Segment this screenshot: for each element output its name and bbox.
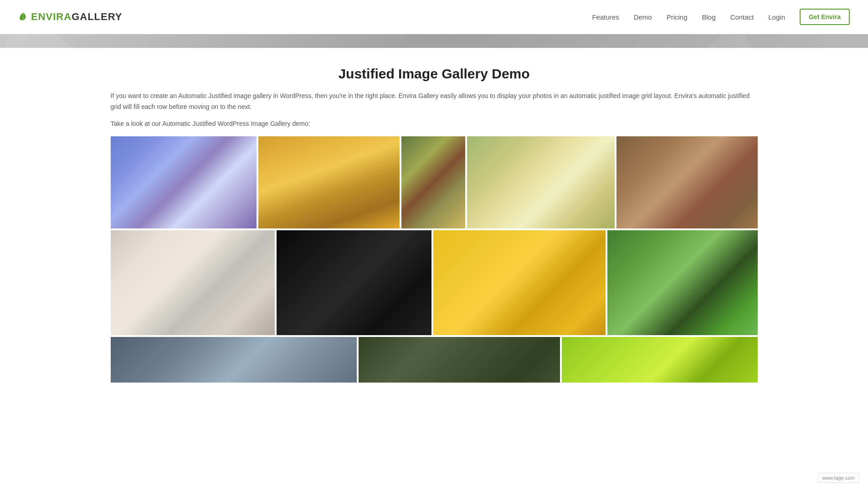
gallery-image-7[interactable] xyxy=(277,230,431,335)
gallery-row-1 xyxy=(111,136,758,228)
logo-envira: ENVIRA xyxy=(31,11,72,22)
gallery-image-6[interactable] xyxy=(111,230,275,335)
page-description: If you want to create an Automatic Justi… xyxy=(111,91,758,113)
logo[interactable]: ENVIRAGALLERY xyxy=(18,11,122,23)
nav-demo[interactable]: Demo xyxy=(634,13,652,21)
gallery-image-12[interactable] xyxy=(562,337,758,383)
logo-gallery: GALLERY xyxy=(72,11,122,22)
page-subtitle: Take a look at our Automatic Justified W… xyxy=(111,120,758,127)
gallery-container xyxy=(111,136,758,383)
gallery-image-5[interactable] xyxy=(616,136,758,228)
nav-blog[interactable]: Blog xyxy=(702,13,716,21)
gallery-image-8[interactable] xyxy=(433,230,606,335)
nav-pricing[interactable]: Pricing xyxy=(667,13,688,21)
gallery-image-3[interactable] xyxy=(401,136,465,228)
main-nav: Features Demo Pricing Blog Contact Login… xyxy=(592,9,850,25)
gallery-row-3 xyxy=(111,337,758,383)
nav-contact[interactable]: Contact xyxy=(730,13,754,21)
gallery-image-9[interactable] xyxy=(607,230,758,335)
nav-features[interactable]: Features xyxy=(592,13,619,21)
gallery-image-4[interactable] xyxy=(467,136,615,228)
site-header: ENVIRAGALLERY Features Demo Pricing Blog… xyxy=(0,0,868,34)
page-title: Justified Image Gallery Demo xyxy=(111,66,758,82)
gallery-image-11[interactable] xyxy=(359,337,560,383)
gallery-row-2 xyxy=(111,230,758,335)
cta-get-envira-button[interactable]: Get Envira xyxy=(800,9,850,25)
nav-login[interactable]: Login xyxy=(768,13,785,21)
main-content: Justified Image Gallery Demo If you want… xyxy=(102,48,767,394)
gallery-image-1[interactable] xyxy=(111,136,257,228)
logo-leaf-icon xyxy=(18,12,28,22)
logo-text: ENVIRAGALLERY xyxy=(31,11,122,23)
hero-band xyxy=(0,34,868,48)
gallery-image-10[interactable] xyxy=(111,337,357,383)
gallery-image-2[interactable] xyxy=(258,136,400,228)
